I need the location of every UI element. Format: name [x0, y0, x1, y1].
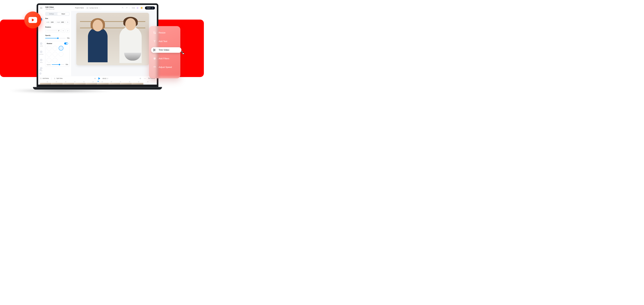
invite-link[interactable]: Invite	[132, 7, 135, 8]
flip-vertical-button[interactable]	[66, 29, 70, 32]
action-popover: Resize Add Text Trim Video Add Filters A…	[149, 26, 180, 78]
size-section: Size Width 1080 Height 1080	[45, 18, 70, 24]
shadow-swatch-selected[interactable]	[59, 46, 64, 50]
format-selector[interactable]: YouTube Full HD	[85, 6, 101, 9]
lock-icon	[67, 21, 68, 23]
export-label: Export	[147, 7, 150, 8]
rewind-icon[interactable]	[94, 77, 96, 79]
clip-thumb[interactable]	[120, 83, 132, 87]
tab-adjust[interactable]: Adjust	[57, 12, 69, 15]
rotation-label: Rotation	[45, 26, 70, 28]
clip-thumb[interactable]	[52, 83, 63, 87]
rail-filters[interactable]: Filters	[40, 59, 42, 63]
opacity-label: Opacity	[45, 35, 70, 36]
shadow-card: Shadow Opacity	[45, 41, 70, 67]
clip-thumb[interactable]	[132, 83, 143, 87]
shadow-opacity-value: 75%	[66, 64, 68, 65]
volume-icon[interactable]	[140, 77, 142, 79]
opacity-slider[interactable]	[45, 38, 66, 38]
clip-thumb[interactable]	[40, 83, 51, 87]
svg-point-3	[54, 79, 54, 79]
svg-point-4	[154, 49, 154, 50]
video-canvas[interactable]	[76, 13, 149, 65]
format-label: YouTube Full HD	[89, 7, 98, 8]
clip-thumb[interactable]	[109, 83, 120, 87]
add-media-button[interactable]: + Add Media	[40, 77, 49, 79]
avatar[interactable]: 🙂	[140, 6, 143, 9]
rail-subtitle[interactable]: Subtitle	[40, 42, 43, 47]
top-bar: Edit Video Video Name.mp4 Project's Name…	[38, 5, 157, 11]
project-name[interactable]: Project's Name	[75, 7, 84, 8]
opacity-value: 75%	[67, 37, 70, 39]
svg-point-5	[154, 50, 154, 51]
rotation-track	[46, 30, 57, 31]
page-title: Edit Video	[46, 6, 54, 8]
clip-track[interactable]: +	[40, 83, 155, 87]
shadow-swatch[interactable]	[53, 58, 57, 62]
rotation-field[interactable]: 0°	[45, 29, 61, 32]
flip-h-icon	[62, 30, 64, 31]
redo-icon[interactable]	[126, 7, 128, 9]
shadow-toggle[interactable]	[64, 42, 68, 44]
export-button[interactable]: Export	[145, 6, 155, 9]
clip-thumb[interactable]	[86, 83, 97, 87]
clip-thumb[interactable]	[74, 83, 86, 87]
clip-thumb[interactable]	[98, 83, 109, 87]
shadow-label: Shadow	[47, 43, 52, 44]
popover-add-filters[interactable]: Add Filters	[151, 56, 178, 61]
undo-icon[interactable]	[122, 7, 124, 9]
top-right: | Invite SK 🙂 Export	[122, 6, 155, 9]
filters-icon	[153, 57, 156, 60]
filters-icon	[40, 59, 42, 61]
clip-thumb[interactable]	[63, 83, 74, 87]
playhead[interactable]	[98, 81, 99, 82]
play-button[interactable]	[98, 77, 100, 80]
app-body: Subtitle Elements Filters Draw Settings …	[38, 11, 157, 76]
svg-rect-1	[67, 22, 68, 23]
youtube-logo	[28, 17, 37, 23]
svg-point-8	[154, 58, 155, 59]
popover-adjust-speed[interactable]: Adjust Speed	[151, 64, 178, 70]
canvas-area	[71, 11, 157, 76]
cursor-icon	[180, 51, 185, 55]
shadow-swatch[interactable]	[53, 52, 57, 56]
shadow-swatch[interactable]	[53, 46, 57, 50]
add-clip-button[interactable]: +	[144, 83, 148, 87]
rotation-section: Rotation 0°	[45, 26, 70, 32]
popover-resize[interactable]: Resize	[151, 30, 178, 35]
svg-point-2	[54, 78, 54, 78]
shadow-swatch[interactable]	[47, 46, 51, 50]
youtube-icon	[86, 7, 88, 9]
popover-trim-video[interactable]: Trim Video	[151, 47, 182, 53]
height-field[interactable]: Height 1080	[56, 21, 65, 24]
shadow-swatch[interactable]	[59, 52, 64, 56]
timecode: 00:02:23	[102, 78, 108, 79]
laptop-mockup: Edit Video Video Name.mp4 Project's Name…	[36, 3, 158, 91]
flip-horizontal-button[interactable]	[62, 29, 65, 32]
crop-icon	[153, 31, 156, 34]
svg-point-9	[154, 67, 155, 68]
width-field[interactable]: Width 1080	[45, 21, 55, 24]
video-frame	[76, 13, 149, 65]
split-video-button[interactable]: Split Video	[54, 78, 63, 79]
menu-icon[interactable]	[40, 7, 42, 9]
tab-settings[interactable]: Settings	[46, 12, 57, 15]
user-initials[interactable]: SK	[137, 7, 138, 8]
title-block: Edit Video Video Name.mp4	[46, 6, 54, 10]
shadow-swatches	[47, 46, 68, 62]
shadow-swatch[interactable]	[47, 52, 51, 56]
lock-aspect-button[interactable]	[66, 20, 70, 24]
shadow-swatch[interactable]	[47, 58, 51, 62]
sidebar-tabs: Settings Adjust	[45, 12, 70, 16]
rail-elements[interactable]: Elements	[39, 50, 43, 55]
chevron-down-icon	[99, 7, 100, 8]
feedback-icon[interactable]	[39, 72, 42, 75]
top-center: Project's Name YouTube Full HD	[75, 6, 101, 9]
shadow-opacity-slider[interactable]	[52, 64, 64, 65]
flip-v-icon	[67, 30, 68, 31]
help-icon[interactable]	[39, 69, 42, 71]
help-icons	[39, 69, 42, 75]
popover-add-text[interactable]: Add Text	[151, 39, 178, 44]
text-icon	[153, 40, 156, 43]
shadow-opacity-label: Opacity	[47, 64, 51, 65]
